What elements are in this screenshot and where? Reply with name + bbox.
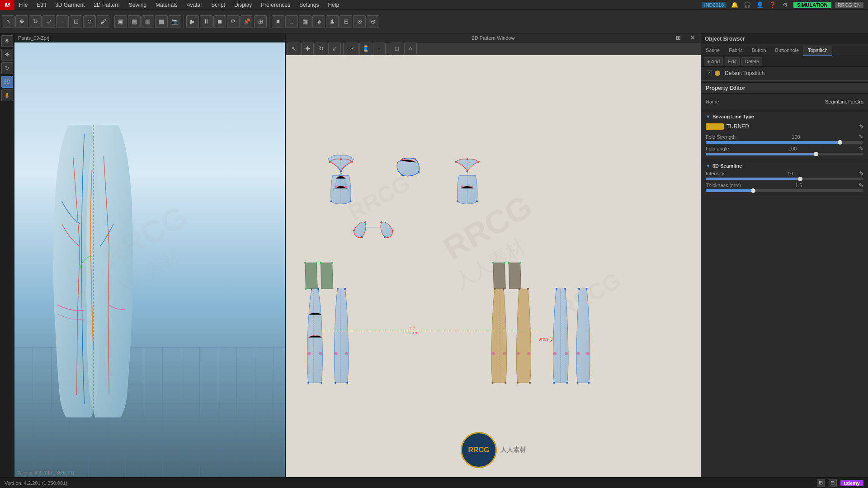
pattern-scale[interactable]: ⤢	[328, 42, 341, 55]
pattern-select[interactable]: ↖	[288, 42, 300, 55]
fold-strength-slider[interactable]	[706, 141, 863, 144]
thickness-row: Thickness (mm) 1.5 ✎	[706, 182, 863, 192]
topstitch-item[interactable]: ✓ Default Topstitch	[701, 67, 868, 80]
svg-point-69	[529, 382, 531, 384]
menu-2d-pattern[interactable]: 2D Pattern	[89, 0, 124, 10]
measure-toggle[interactable]: ⊕	[367, 15, 379, 28]
menu-materials[interactable]: Materials	[151, 0, 182, 10]
status-view-btn[interactable]: ⊡	[829, 479, 837, 487]
tab-buttonhole[interactable]: Buttonhole	[771, 46, 804, 56]
pattern-expand-btn[interactable]: ⊞	[672, 33, 684, 44]
thickness-thumb[interactable]	[751, 188, 755, 193]
fold-angle-edit-icon[interactable]: ✎	[856, 145, 863, 152]
scale-tool[interactable]: ⤢	[42, 15, 55, 28]
pattern-close-btn[interactable]: ✕	[686, 33, 699, 44]
camera-view[interactable]: 📷	[169, 15, 181, 28]
paint-tool[interactable]: 🖌	[97, 15, 109, 28]
weld-tool[interactable]: ⊞	[254, 15, 267, 28]
align-tool[interactable]: ⊡	[70, 15, 82, 28]
help-icon[interactable]: ❓	[768, 0, 777, 9]
menu-preferences[interactable]: Preferences	[256, 0, 295, 10]
top-view[interactable]: ▦	[155, 15, 168, 28]
pattern-point[interactable]: ·	[373, 42, 386, 55]
sidebar-view-icon[interactable]: 👁	[1, 35, 13, 47]
fold-angle-thumb[interactable]	[814, 152, 818, 156]
sim-pause[interactable]: ⏸	[200, 15, 212, 28]
sewing-edit-icon[interactable]: ✎	[856, 123, 863, 130]
texture-display[interactable]: ▩	[299, 15, 311, 28]
front-view[interactable]: ▣	[114, 15, 127, 28]
pattern-window-title: 2D Pattern Window	[472, 35, 515, 41]
pattern-move[interactable]: ✥	[301, 42, 314, 55]
sidebar-avatar-icon[interactable]: 🧍	[1, 89, 13, 101]
delete-button[interactable]: Delete	[741, 57, 762, 66]
pattern-circle[interactable]: ○	[404, 42, 417, 55]
menu-script[interactable]: Script	[207, 0, 230, 10]
edit-button[interactable]: Edit	[725, 57, 740, 66]
svg-point-56	[492, 262, 494, 264]
item-checkbox[interactable]: ✓	[706, 70, 712, 76]
menu-edit[interactable]: Edit	[32, 0, 51, 10]
pose-tool[interactable]: ☺	[83, 15, 96, 28]
grid-toggle[interactable]: ⊞	[340, 15, 352, 28]
user-icon[interactable]: 👤	[755, 0, 764, 9]
menu-display[interactable]: Display	[230, 0, 256, 10]
solid-display[interactable]: ■	[272, 15, 284, 28]
menu-avatar[interactable]: Avatar	[182, 0, 207, 10]
pattern-canvas[interactable]: RRCG 人人素材 RRCG RRCG	[286, 55, 701, 477]
intensity-thumb[interactable]	[798, 177, 802, 181]
menu-settings[interactable]: Settings	[295, 0, 323, 10]
pattern-toolbar: ↖ ✥ ↻ ⤢ ✂ 🧵 · □ ○	[286, 42, 701, 55]
simulation-button[interactable]: SIMULATION	[793, 2, 831, 8]
menu-help[interactable]: Help	[323, 0, 344, 10]
rotate-tool[interactable]: ↻	[29, 15, 42, 28]
add-button[interactable]: + Add	[704, 57, 723, 66]
pattern-cut[interactable]: ✂	[346, 42, 359, 55]
viewport-canvas[interactable]: RRCG 人人素材 Version: 4.2.201 (1.350.001)	[14, 42, 285, 477]
menu-sewing[interactable]: Sewing	[124, 0, 151, 10]
select-tool[interactable]: ↖	[2, 15, 14, 28]
settings-icon[interactable]: ⚙	[781, 0, 790, 9]
sim-reset[interactable]: ⟳	[227, 15, 240, 28]
move-tool[interactable]: ✥	[15, 15, 28, 28]
pattern-sew[interactable]: 🧵	[359, 42, 372, 55]
avatar-toggle[interactable]: ♟	[326, 15, 339, 28]
sim-play[interactable]: ▶	[186, 15, 199, 28]
item-color-dot	[715, 70, 720, 76]
render-display[interactable]: ◈	[312, 15, 325, 28]
notification-icon[interactable]: 🔔	[730, 0, 739, 9]
wire-display[interactable]: □	[285, 15, 298, 28]
point-tool[interactable]: ·	[56, 15, 69, 28]
menu-3d-garment[interactable]: 3D Garment	[51, 0, 89, 10]
sidebar-3d-icon[interactable]: 3D	[1, 76, 13, 88]
udemy-badge[interactable]: udemy	[840, 480, 863, 486]
menu-file[interactable]: File	[14, 0, 32, 10]
tab-topstitch[interactable]: Topstitch	[803, 46, 832, 56]
svg-point-65	[503, 352, 506, 355]
thickness-edit-icon[interactable]: ✎	[856, 182, 863, 188]
side-view[interactable]: ▥	[142, 15, 154, 28]
tab-button[interactable]: Button	[747, 46, 771, 56]
svg-text:370.9 (J): 370.9 (J)	[538, 337, 554, 342]
intensity-edit-icon[interactable]: ✎	[856, 170, 863, 177]
tab-fabric[interactable]: Fabric	[724, 46, 747, 56]
sidebar-rotate-icon[interactable]: ↻	[1, 62, 13, 74]
toolbar-view-section: ▣ ▤ ▥ ▦ 📷	[114, 15, 181, 28]
xray-toggle[interactable]: ⊗	[353, 15, 366, 28]
svg-point-13	[335, 185, 337, 188]
pattern-rotate[interactable]: ↻	[315, 42, 327, 55]
thickness-slider[interactable]	[706, 189, 863, 192]
sim-stop[interactable]: ⏹	[213, 15, 226, 28]
fold-strength-edit-icon[interactable]: ✎	[856, 134, 863, 140]
fold-angle-slider[interactable]	[706, 153, 863, 155]
garment-svg: RRCG 人人素材	[14, 42, 285, 477]
headphone-icon[interactable]: 🎧	[743, 0, 752, 9]
status-layout-btn[interactable]: ⊞	[817, 479, 825, 487]
pin-tool[interactable]: 📌	[241, 15, 253, 28]
sidebar-move-icon[interactable]: ✥	[1, 49, 13, 61]
fold-strength-thumb[interactable]	[838, 140, 842, 145]
back-view[interactable]: ▤	[128, 15, 141, 28]
pattern-rect[interactable]: □	[391, 42, 403, 55]
intensity-slider[interactable]	[706, 178, 863, 180]
tab-scene[interactable]: Scene	[701, 46, 724, 56]
